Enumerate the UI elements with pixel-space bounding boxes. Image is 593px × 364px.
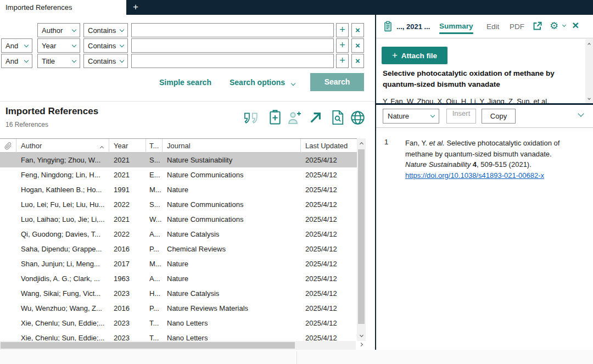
table-row[interactable]: Wu, Wenzhuo; Wang, Z...2016P...Nature Re… bbox=[0, 301, 357, 316]
table-row[interactable]: Xie, Chenlu; Sun, Eddie;...2023T...Nano … bbox=[0, 316, 357, 331]
table-row[interactable]: Vondjidis, A. G.; Clark, ...1963A...Natu… bbox=[0, 271, 357, 286]
summary-scrollbar[interactable] bbox=[585, 39, 593, 103]
table-row[interactable]: Saha, Dipendu; Grappe...2016P...Chemical… bbox=[0, 242, 357, 256]
operator-select-label: Contains bbox=[88, 26, 116, 35]
boolean-select-3[interactable]: And bbox=[1, 54, 32, 68]
boolean-select-2[interactable]: And bbox=[1, 38, 32, 53]
table-row[interactable]: Wang, Sikai; Fung, Vict...2023H...Nature… bbox=[0, 286, 357, 301]
table-row[interactable]: Shan, Junjun; Li, Meng...2017M...Nature2… bbox=[0, 256, 357, 271]
insert-citation-button[interactable]: Insert bbox=[446, 109, 476, 124]
citation-style-label: Nature bbox=[388, 112, 409, 120]
field-select-title[interactable]: Title bbox=[37, 54, 80, 68]
scrollbar-thumb[interactable] bbox=[1, 342, 295, 349]
cell-year: 2023 bbox=[109, 331, 146, 341]
open-external-icon[interactable] bbox=[532, 21, 542, 31]
chevron-down-icon bbox=[72, 58, 76, 62]
table-row[interactable]: Qi, Guodong; Davies, T...2022A...Nature … bbox=[0, 227, 357, 242]
find-fulltext-icon[interactable] bbox=[330, 109, 345, 126]
field-select-author[interactable]: Author bbox=[37, 23, 80, 37]
scroll-up-arrow[interactable] bbox=[357, 139, 366, 147]
cell-type: T... bbox=[146, 331, 163, 341]
remove-search-row-button-2[interactable]: × bbox=[351, 38, 364, 53]
plus-icon: + bbox=[392, 50, 398, 61]
cell-year: 2021 bbox=[109, 167, 146, 182]
copy-citation-button[interactable]: Copy bbox=[482, 109, 516, 124]
table-horizontal-scrollbar[interactable] bbox=[0, 341, 356, 350]
citation-journal: Nature Sustainability bbox=[405, 160, 471, 169]
cell-year: 2023 bbox=[109, 316, 146, 331]
operator-select-2[interactable]: Contains bbox=[83, 38, 128, 53]
operator-select-1[interactable]: Contains bbox=[83, 23, 128, 37]
table-header: Author Year T... Journal Last Updated bbox=[0, 138, 357, 153]
attach-file-button[interactable]: + Attach file bbox=[382, 47, 447, 64]
search-options-link[interactable]: Search options bbox=[230, 78, 295, 87]
cell-clip bbox=[0, 256, 16, 271]
citation-style-select[interactable]: Nature bbox=[383, 109, 439, 124]
cell-clip bbox=[0, 286, 16, 301]
tab-edit[interactable]: Edit bbox=[486, 23, 499, 31]
clipboard-add-icon[interactable] bbox=[267, 109, 283, 126]
quote-citation-icon[interactable] bbox=[243, 110, 260, 126]
online-search-globe-icon[interactable] bbox=[350, 110, 366, 126]
cell-year: 2023 bbox=[109, 286, 146, 301]
simple-search-link[interactable]: Simple search bbox=[159, 78, 211, 87]
scroll-right-arrow[interactable] bbox=[356, 341, 366, 350]
cell-author: Xie, Chenlu; Sun, Eddie;... bbox=[16, 316, 109, 331]
add-search-row-button-3[interactable]: + bbox=[336, 54, 349, 68]
column-type[interactable]: T... bbox=[146, 139, 163, 153]
column-last-updated[interactable]: Last Updated bbox=[301, 139, 357, 153]
cell-type: P... bbox=[146, 242, 163, 256]
cell-clip bbox=[0, 301, 16, 316]
table-row[interactable]: Xie, Chenlu; Sun, Eddie;...2023T...Nano … bbox=[0, 331, 357, 341]
collapse-chevron-icon[interactable] bbox=[578, 110, 584, 116]
tab-summary[interactable]: Summary bbox=[439, 22, 473, 34]
gear-icon[interactable]: ⚙ bbox=[550, 20, 558, 32]
remove-search-row-button-3[interactable]: × bbox=[351, 54, 364, 68]
column-attachment[interactable] bbox=[0, 139, 16, 153]
column-label: Year bbox=[114, 142, 128, 150]
scroll-down-arrow[interactable] bbox=[585, 96, 593, 102]
table-row[interactable]: Feng, Ningdong; Lin, H...2021E...Nature … bbox=[0, 167, 357, 182]
search-value-input-3[interactable] bbox=[131, 54, 334, 68]
cell-journal: Nature Communications bbox=[163, 212, 301, 227]
field-select-year[interactable]: Year bbox=[37, 38, 80, 53]
new-tab-button[interactable]: + bbox=[126, 0, 145, 15]
column-journal[interactable]: Journal bbox=[163, 139, 301, 153]
gear-chevron-down-icon[interactable] bbox=[562, 23, 566, 27]
person-add-icon[interactable] bbox=[287, 110, 303, 126]
remove-search-row-button-1[interactable]: × bbox=[351, 23, 364, 37]
scrollbar-thumb[interactable] bbox=[358, 149, 365, 324]
scroll-up-arrow[interactable] bbox=[585, 40, 593, 47]
citation-etal: et al. bbox=[429, 139, 445, 147]
search-value-input-2[interactable] bbox=[131, 38, 334, 53]
search-value-input-1[interactable] bbox=[131, 23, 334, 37]
cell-year: 2016 bbox=[109, 301, 146, 316]
table-vertical-scrollbar[interactable] bbox=[357, 138, 366, 341]
close-panel-icon[interactable]: × bbox=[572, 19, 579, 32]
search-button[interactable]: Search bbox=[310, 73, 364, 91]
cell-year: 1991 bbox=[109, 182, 146, 197]
cell-journal: Nature Catalysis bbox=[163, 286, 301, 301]
citation-volume: 4 bbox=[471, 160, 477, 169]
share-arrow-icon[interactable] bbox=[307, 110, 323, 126]
scroll-down-arrow[interactable] bbox=[357, 332, 366, 340]
doi-link[interactable]: https://doi.org/10.1038/s41893-021-00682… bbox=[405, 171, 544, 180]
cell-updated: 2025/4/12 bbox=[301, 227, 357, 242]
section-divider bbox=[0, 101, 375, 102]
table-row[interactable]: Luo, Laihao; Luo, Jie; Li,...2021W...Nat… bbox=[0, 212, 357, 227]
tab-pdf[interactable]: PDF bbox=[510, 23, 524, 31]
column-year[interactable]: Year bbox=[109, 139, 146, 153]
table-row[interactable]: Hogan, Kathleen B.; Ho...1991M...Nature2… bbox=[0, 182, 357, 197]
cell-clip bbox=[0, 212, 16, 227]
operator-select-3[interactable]: Contains bbox=[83, 54, 128, 68]
cell-author: Feng, Ningdong; Lin, H... bbox=[16, 167, 109, 182]
add-search-row-button-2[interactable]: + bbox=[336, 38, 349, 53]
table-row[interactable]: Fan, Yingying; Zhou, W...2021S...Nature … bbox=[0, 153, 357, 167]
cell-updated: 2025/4/12 bbox=[301, 271, 357, 286]
cell-type: E... bbox=[146, 167, 163, 182]
column-author[interactable]: Author bbox=[16, 139, 109, 153]
add-search-row-button-1[interactable]: + bbox=[336, 23, 349, 37]
boolean-select-label: And bbox=[5, 57, 18, 65]
tab-imported-references[interactable]: Imported References bbox=[0, 0, 126, 15]
table-row[interactable]: Luo, Lei; Fu, Lei; Liu, Hu...2022S...Nat… bbox=[0, 197, 357, 212]
